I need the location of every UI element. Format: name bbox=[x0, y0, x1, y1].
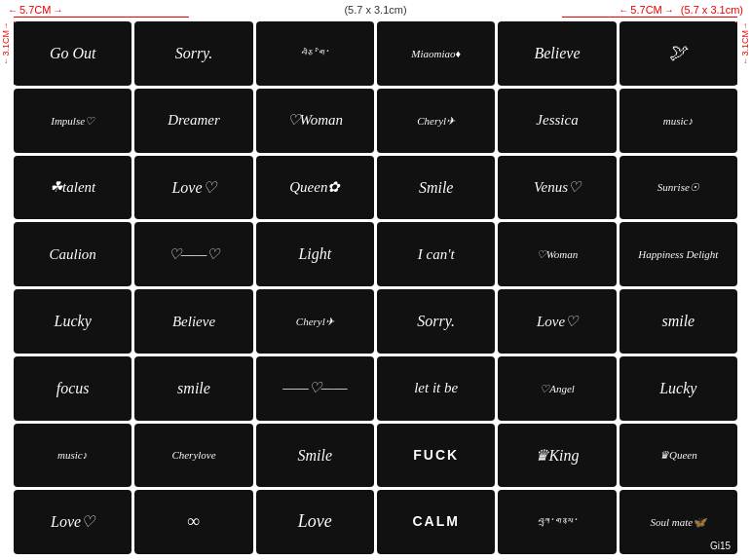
stencil-cell-28: Love♡ bbox=[498, 289, 616, 354]
stencil-cell-27: Sorry. bbox=[377, 289, 495, 354]
stencil-cell-36: music♪ bbox=[14, 424, 131, 488]
stencil-text-6: Impulse♡ bbox=[49, 113, 96, 129]
dim-label-center: (5.7 x 3.1cm) bbox=[344, 4, 406, 16]
stencil-cell-3: Miaomiao♦ bbox=[377, 21, 495, 86]
stencil-cell-30: focus bbox=[14, 356, 131, 421]
stencil-text-37: Cherylove bbox=[169, 447, 217, 463]
stencil-text-18: Caulion bbox=[47, 244, 97, 265]
stencil-text-33: let it be bbox=[412, 378, 460, 398]
stencil-text-40: ♛King bbox=[533, 445, 581, 467]
stencil-text-10: Jessica bbox=[534, 110, 580, 131]
stencil-cell-19: ♡——♡ bbox=[134, 222, 252, 286]
dim-left: ↑ 3.1CM ↓ bbox=[1, 21, 11, 65]
stencil-text-9: Cheryl✈ bbox=[415, 113, 457, 129]
stencil-text-3: Miaomiao♦ bbox=[409, 46, 463, 61]
stencil-text-15: Smile bbox=[417, 177, 456, 199]
dim-label-left: 3.1CM bbox=[1, 30, 11, 56]
stencil-text-45: CALM bbox=[410, 512, 461, 531]
stencil-cell-32: ——♡—— bbox=[256, 356, 374, 421]
dim-label-right: 3.1CM bbox=[740, 30, 750, 56]
stencil-text-11: music♪ bbox=[661, 113, 695, 129]
stencil-text-27: Sorry. bbox=[415, 311, 457, 332]
stencil-cell-7: Dreamer bbox=[134, 89, 252, 153]
stencil-cell-46: བཀྲ་གནས་ bbox=[498, 490, 616, 554]
stencil-cell-40: ♛King bbox=[498, 424, 616, 488]
stencil-cell-20: Light bbox=[256, 222, 374, 286]
watermark: Gi15 bbox=[707, 540, 733, 552]
stencil-text-23: Happiness Delight bbox=[636, 246, 720, 262]
stencil-text-21: I can't bbox=[416, 244, 457, 265]
stencil-cell-43: ∞ bbox=[134, 490, 252, 554]
stencil-cell-12: ☘talent bbox=[14, 156, 131, 220]
stencil-cell-15: Smile bbox=[377, 156, 495, 220]
stencil-text-16: Venus♡ bbox=[532, 177, 582, 198]
stencil-text-17: Sunrise☉ bbox=[656, 179, 701, 195]
stencil-text-25: Believe bbox=[170, 312, 217, 332]
stencil-text-2: བཅི་གི་ bbox=[298, 46, 331, 61]
stencil-text-22: ♡Woman bbox=[535, 246, 581, 262]
stencil-cell-29: smile bbox=[620, 289, 737, 354]
stencil-text-41: ♛Queen bbox=[657, 447, 699, 463]
stencil-cell-2: བཅི་གི་ bbox=[256, 21, 374, 86]
stencil-text-24: Lucky bbox=[53, 311, 94, 332]
dim-right: ↑ 3.1CM ↓ bbox=[740, 21, 750, 65]
stencil-text-20: Light bbox=[296, 243, 333, 265]
dim-label-top-left: 5.7CM bbox=[19, 4, 51, 16]
stencil-cell-5: 🕊 bbox=[620, 21, 737, 86]
stencil-text-34: ♡Angel bbox=[538, 381, 577, 396]
stencil-text-1: Sorry. bbox=[173, 43, 215, 64]
stencil-cell-11: music♪ bbox=[620, 89, 737, 153]
dim-top-right: ← 5.7CM → (5.7 x 3.1cm) bbox=[619, 4, 743, 16]
stencil-grid: Go OutSorry.བཅི་གི་Miaomiao♦Believe🕊Impu… bbox=[14, 21, 737, 554]
stencil-text-38: Smile bbox=[296, 445, 335, 467]
stencil-text-0: Go Out bbox=[48, 43, 98, 64]
stencil-text-12: ☘talent bbox=[48, 177, 97, 198]
stencil-cell-41: ♛Queen bbox=[620, 424, 737, 488]
stencil-cell-31: smile bbox=[134, 356, 252, 421]
stencil-cell-17: Sunrise☉ bbox=[620, 156, 737, 220]
stencil-cell-45: CALM bbox=[377, 490, 495, 554]
stencil-cell-23: Happiness Delight bbox=[620, 222, 737, 286]
stencil-text-8: ♡Woman bbox=[285, 110, 345, 131]
dim-line-h-right bbox=[562, 17, 737, 18]
stencil-cell-33: let it be bbox=[377, 356, 495, 421]
stencil-cell-1: Sorry. bbox=[134, 21, 252, 86]
stencil-cell-42: Love♡ bbox=[14, 490, 131, 554]
stencil-text-19: ♡——♡ bbox=[167, 244, 222, 265]
stencil-cell-8: ♡Woman bbox=[256, 89, 374, 153]
dim-label-top-right: 5.7CM bbox=[630, 4, 661, 16]
stencil-cell-22: ♡Woman bbox=[498, 222, 616, 286]
stencil-cell-39: FUCK bbox=[377, 424, 495, 488]
dim-label-top-right2: (5.7 x 3.1cm) bbox=[681, 4, 743, 16]
stencil-cell-10: Jessica bbox=[498, 89, 616, 153]
stencil-cell-38: Smile bbox=[256, 424, 374, 488]
stencil-cell-13: Love♡ bbox=[134, 156, 252, 220]
dim-top-center: (5.7 x 3.1cm) bbox=[344, 4, 406, 16]
stencil-cell-14: Queen✿ bbox=[256, 156, 374, 220]
stencil-text-31: smile bbox=[175, 378, 212, 399]
stencil-cell-16: Venus♡ bbox=[498, 156, 616, 220]
stencil-text-29: smile bbox=[659, 311, 696, 332]
stencil-cell-21: I can't bbox=[377, 222, 495, 286]
stencil-cell-35: Lucky bbox=[620, 356, 737, 421]
stencil-text-30: focus bbox=[55, 378, 92, 399]
dim-line-h-left bbox=[14, 17, 189, 18]
stencil-cell-4: Believe bbox=[498, 21, 616, 86]
stencil-cell-6: Impulse♡ bbox=[14, 89, 131, 153]
stencil-text-13: Love♡ bbox=[169, 177, 217, 199]
stencil-text-32: ——♡—— bbox=[281, 378, 349, 398]
stencil-text-28: Love♡ bbox=[535, 312, 580, 332]
main-container: ← 5.7CM → (5.7 x 3.1cm) ← 5.7CM → (5.7 x… bbox=[0, 0, 751, 560]
stencil-text-14: Queen✿ bbox=[287, 177, 342, 198]
stencil-cell-25: Believe bbox=[134, 289, 252, 354]
stencil-text-7: Dreamer bbox=[166, 110, 222, 131]
stencil-text-46: བཀྲ་གནས་ bbox=[535, 514, 580, 530]
stencil-text-4: Believe bbox=[532, 43, 582, 64]
stencil-cell-0: Go Out bbox=[14, 21, 131, 86]
stencil-cell-18: Caulion bbox=[14, 222, 131, 286]
stencil-cell-34: ♡Angel bbox=[498, 356, 616, 421]
stencil-text-36: music♪ bbox=[56, 447, 90, 463]
stencil-text-44: Love bbox=[296, 510, 334, 534]
stencil-text-47: Soul mate🦋 bbox=[648, 514, 708, 530]
stencil-cell-26: Cheryl✈ bbox=[256, 289, 374, 354]
